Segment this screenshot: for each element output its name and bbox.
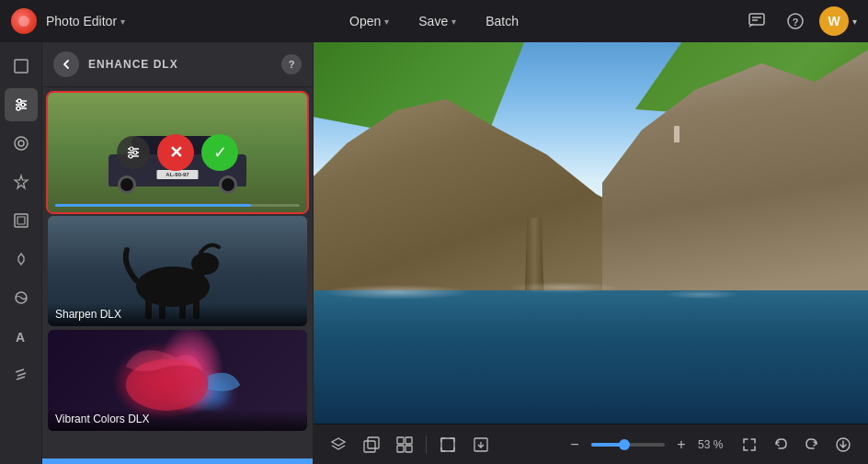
svg-rect-36: [364, 441, 375, 452]
save-button[interactable]: Save ▾: [407, 8, 467, 34]
topbar-right-actions: ? W ▾: [742, 6, 857, 36]
thumb-fish-label: Vibrant Colors DLX: [48, 409, 307, 431]
reject-button[interactable]: ✕: [157, 134, 194, 171]
lighthouse: [674, 126, 680, 142]
sidebar-item-frames[interactable]: [5, 204, 38, 237]
sidebar-item-effects[interactable]: [5, 165, 38, 198]
app-title-text: Photo Editor: [46, 14, 117, 28]
topbar-center-actions: Open ▾ Save ▾ Batch: [338, 8, 530, 34]
redo-button[interactable]: [798, 431, 826, 458]
save-chevron-icon: ▾: [451, 17, 456, 27]
minus-icon: −: [570, 436, 578, 453]
svg-point-24: [130, 147, 133, 151]
undo-button[interactable]: [767, 431, 794, 458]
sea-layer: [314, 290, 868, 424]
app-title[interactable]: Photo Editor ▾: [46, 14, 125, 28]
sidebar-item-tune[interactable]: [5, 88, 38, 121]
progress-fill: [55, 204, 251, 207]
canvas-viewport[interactable]: [314, 42, 868, 424]
progress-bar: [55, 204, 300, 207]
open-button[interactable]: Open ▾: [338, 8, 400, 34]
canvas-area: − + 53 %: [314, 42, 868, 464]
help-icon: ?: [289, 59, 295, 70]
sidebar-item-textures[interactable]: [5, 281, 38, 314]
help-button[interactable]: ?: [781, 6, 810, 36]
zoom-value: 53 %: [698, 438, 730, 451]
svg-point-11: [17, 107, 20, 110]
svg-line-19: [17, 373, 26, 376]
svg-point-25: [133, 151, 137, 154]
adjust-icon[interactable]: [117, 136, 150, 169]
thumb-fish-item[interactable]: Vibrant Colors DLX: [48, 330, 307, 431]
svg-rect-15: [17, 217, 25, 224]
app-title-chevron: ▾: [120, 17, 125, 27]
thumb-car-item[interactable]: AL-90-97: [48, 93, 307, 212]
svg-line-20: [17, 377, 25, 379]
svg-rect-38: [405, 437, 412, 444]
zoom-slider[interactable]: [591, 443, 665, 447]
svg-rect-40: [405, 446, 412, 452]
resize-button[interactable]: [434, 431, 462, 458]
svg-text:?: ?: [793, 17, 799, 28]
user-chevron-icon: ▾: [852, 17, 857, 27]
svg-rect-0: [749, 14, 764, 25]
svg-point-12: [15, 137, 28, 150]
sidebar-item-preview[interactable]: [5, 127, 38, 160]
panel-bottom-bar: [42, 458, 313, 464]
download-button[interactable]: [829, 431, 857, 458]
main-area: A ENHANCE DLX ?: [0, 42, 868, 464]
open-chevron-icon: ▾: [384, 17, 389, 27]
batch-button[interactable]: Batch: [474, 8, 530, 34]
thumb-horse-label: Sharpen DLX: [48, 304, 307, 326]
sidebar-item-overlays[interactable]: [5, 243, 38, 276]
plus-icon: +: [677, 436, 685, 453]
zoom-slider-thumb: [619, 439, 630, 450]
wave-foam: [314, 278, 868, 301]
sidebar-item-text[interactable]: A: [5, 320, 38, 353]
thumbnail-list: AL-90-97: [42, 87, 313, 458]
copy-button[interactable]: [358, 431, 385, 458]
enhance-panel: ENHANCE DLX ? AL-90-97: [42, 42, 314, 464]
svg-line-18: [16, 369, 24, 372]
sidebar-item-brush[interactable]: [5, 358, 38, 391]
svg-rect-5: [15, 60, 28, 73]
panel-back-button[interactable]: [53, 51, 79, 77]
user-menu[interactable]: W ▾: [819, 6, 857, 36]
grid-button[interactable]: [391, 431, 418, 458]
car-plate: AL-90-97: [157, 170, 199, 179]
zoom-controls: − + 53 %: [564, 434, 730, 456]
panel-header: ENHANCE DLX ?: [42, 42, 313, 87]
svg-text:A: A: [16, 330, 25, 345]
top-bar: Photo Editor ▾ Open ▾ Save ▾ Batch: [0, 0, 868, 42]
svg-point-13: [18, 141, 24, 146]
open-label: Open: [349, 14, 381, 28]
feedback-button[interactable]: [742, 6, 771, 36]
accept-button[interactable]: ✓: [201, 134, 238, 171]
user-avatar: W: [819, 6, 849, 36]
zoom-minus-button[interactable]: −: [564, 434, 586, 456]
svg-rect-41: [441, 438, 454, 451]
svg-rect-37: [397, 437, 404, 444]
panel-help-button[interactable]: ?: [281, 54, 302, 74]
app-logo: [11, 8, 37, 34]
fit-button[interactable]: [736, 431, 763, 458]
cliff-image: [314, 42, 868, 424]
panel-title: ENHANCE DLX: [88, 58, 272, 71]
sidebar-item-crop[interactable]: [5, 50, 38, 83]
avatar-letter: W: [828, 14, 839, 28]
thumb-horse-item[interactable]: Sharpen DLX: [48, 216, 307, 326]
export-button[interactable]: [467, 431, 495, 458]
svg-rect-39: [397, 446, 404, 452]
layers-button[interactable]: [325, 431, 352, 458]
svg-point-10: [21, 103, 25, 107]
zoom-plus-button[interactable]: +: [670, 434, 692, 456]
svg-point-26: [129, 154, 132, 158]
svg-point-9: [17, 99, 21, 103]
svg-rect-35: [368, 437, 379, 448]
batch-label: Batch: [485, 14, 519, 28]
svg-rect-14: [15, 214, 28, 227]
thumb-controls: ✕ ✓: [117, 134, 238, 171]
toolbar-divider-1: [426, 436, 427, 454]
bottom-right-buttons: [736, 431, 857, 458]
bottom-toolbar: − + 53 %: [314, 424, 868, 464]
